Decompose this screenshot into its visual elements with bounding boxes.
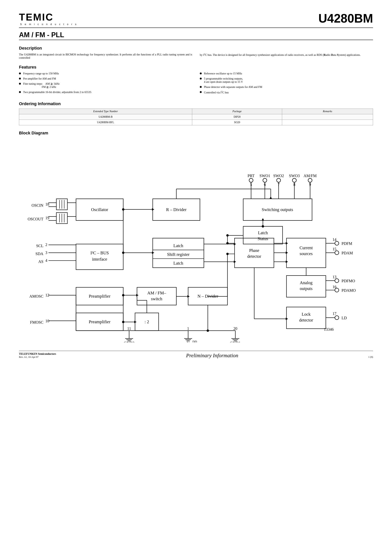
feature-item: Reference oscillator up to 15 MHz <box>200 72 373 75</box>
svg-marker-133 <box>187 295 189 297</box>
temic-logo: TEMIC <box>19 11 77 23</box>
svg-marker-29 <box>270 197 272 199</box>
svg-text:SDA: SDA <box>36 252 43 256</box>
svg-text:AM / FM–: AM / FM– <box>147 291 166 295</box>
svg-marker-99 <box>286 261 288 263</box>
feature-item: Fine tuning steps: AM ≧ 1kHz FM ≧ 2 kHz <box>19 82 192 89</box>
svg-point-55 <box>262 225 264 227</box>
svg-text:AM/FM: AM/FM <box>304 174 317 178</box>
svg-text:Phase: Phase <box>249 248 259 253</box>
svg-text:OSCOUT: OSCOUT <box>28 217 44 221</box>
bullet-icon <box>200 91 202 93</box>
table-header-remarks: Remarks <box>282 109 373 114</box>
svg-marker-129 <box>136 294 138 296</box>
svg-text:SCL: SCL <box>36 244 44 248</box>
svg-rect-79 <box>234 238 274 268</box>
svg-text:1: 1 <box>187 327 189 331</box>
preliminary-label: Preliminary Information <box>186 352 238 358</box>
table-header-package: Package <box>192 109 282 114</box>
revision: Rev. A1, 10-Apr-97 <box>19 356 56 358</box>
svg-text:13346: 13346 <box>324 327 334 331</box>
block-diagram-title: Block Diagram <box>19 131 373 136</box>
svg-text:Shift register: Shift register <box>167 252 189 257</box>
svg-text:I²C – BUS: I²C – BUS <box>90 250 109 255</box>
ordering-title: Ordering Information <box>19 101 373 106</box>
footer: TELEFUNKEN Semiconductors Rev. A1, 10-Ap… <box>19 352 373 358</box>
footer-left: TELEFUNKEN Semiconductors Rev. A1, 10-Ap… <box>19 352 56 358</box>
svg-point-138 <box>226 253 229 255</box>
svg-point-187 <box>122 321 124 323</box>
logo-subtitle: S e m i c o n d u c t o r s <box>20 23 77 26</box>
remarks <box>282 114 373 120</box>
svg-text:interface: interface <box>92 257 107 262</box>
svg-text:PDAMO: PDAMO <box>341 288 356 292</box>
feature-item: Two programmable 16-bit divider, adjusta… <box>19 91 192 94</box>
product-title: AM / FM - PLL <box>19 31 373 39</box>
svg-text:V: V <box>187 341 189 343</box>
feature-item: Frequency range up to 150 MHz <box>19 72 192 75</box>
package: SO20 <box>192 120 282 125</box>
svg-point-104 <box>335 251 339 255</box>
svg-text:: 2: : 2 <box>145 319 149 324</box>
feature-item: Phase detector with separate outputs for… <box>200 85 373 89</box>
svg-text:PDFM: PDFM <box>341 241 352 246</box>
svg-point-38 <box>277 178 281 182</box>
svg-marker-54 <box>262 218 264 220</box>
svg-text:14: 14 <box>332 237 336 242</box>
svg-text:switch: switch <box>151 297 162 301</box>
bullet-icon <box>19 73 21 74</box>
svg-point-46 <box>308 178 312 182</box>
bullet-icon <box>19 91 21 93</box>
description-title: Description <box>19 46 373 51</box>
svg-point-184 <box>207 329 209 332</box>
svg-text:SWO2: SWO2 <box>273 174 284 178</box>
svg-text:Switching outputs: Switching outputs <box>262 207 293 212</box>
bullet-icon <box>19 83 21 85</box>
bullet-icon <box>200 78 202 80</box>
header-divider <box>19 28 373 28</box>
svg-rect-50 <box>243 226 283 244</box>
svg-text:sources: sources <box>300 251 312 256</box>
svg-text:Oscillator: Oscillator <box>91 207 108 212</box>
svg-text:GND2: GND2 <box>124 341 134 343</box>
bullet-icon <box>19 78 21 80</box>
svg-point-42 <box>292 178 296 182</box>
block-diagram-svg: OSCIN 18 OSCOUT 19 Oscillator <box>19 138 373 343</box>
description-columns: The U4280BM is an integrated circuit in … <box>19 53 373 59</box>
svg-text:Latch: Latch <box>174 243 183 248</box>
svg-point-153 <box>335 316 339 320</box>
svg-marker-159 <box>286 318 288 320</box>
svg-text:Lock: Lock <box>302 312 311 317</box>
table-row: U4280BM-B DIP20 <box>19 114 373 120</box>
svg-marker-97 <box>286 251 288 254</box>
feature-item: Controlled via I2C bus <box>200 91 373 94</box>
features-left: Frequency range up to 150 MHz Pre-amplif… <box>19 72 192 96</box>
svg-point-34 <box>263 178 267 182</box>
svg-text:Preamplifier: Preamplifier <box>89 294 110 299</box>
block-diagram-section: Block Diagram OSCIN 18 OSCOUT 19 <box>19 131 373 343</box>
footer-divider <box>19 351 373 351</box>
svg-text:Latch: Latch <box>258 230 268 235</box>
svg-text:AS: AS <box>38 259 44 264</box>
svg-text:N – Divider: N – Divider <box>197 294 218 299</box>
svg-marker-85 <box>234 261 236 263</box>
company-name: TELEFUNKEN Semiconductors <box>19 352 56 356</box>
feature-item: Pre-amplifier for AM and FM <box>19 77 192 80</box>
svg-text:Current: Current <box>300 245 313 250</box>
part-number: U4280BM <box>318 11 373 25</box>
svg-text:SWO1: SWO1 <box>260 174 270 178</box>
svg-text:outputs: outputs <box>300 286 312 291</box>
svg-text:PDFMO: PDFMO <box>341 279 355 283</box>
page-number: 1 (9) <box>368 356 373 358</box>
svg-point-78 <box>122 208 124 211</box>
bullet-icon <box>200 86 202 88</box>
table-row: U4280BM-BFL SO20 <box>19 120 373 125</box>
svg-text:FMOSC: FMOSC <box>30 320 43 324</box>
svg-point-100 <box>335 241 339 245</box>
svg-text:PDAM: PDAM <box>341 251 353 255</box>
svg-text:10: 10 <box>45 319 49 323</box>
svg-text:LD: LD <box>341 316 347 320</box>
features-section: Features Frequency range up to 150 MHz P… <box>19 65 373 96</box>
page-header: TEMIC S e m i c o n d u c t o r s U4280B… <box>19 11 373 26</box>
svg-text:DD: DD <box>192 340 197 343</box>
